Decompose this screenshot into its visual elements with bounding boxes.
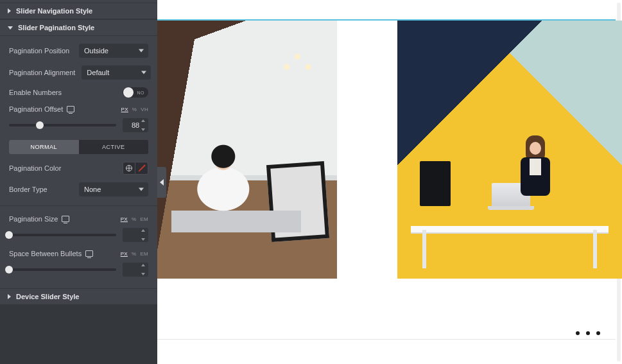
chevron-down-icon — [139, 49, 144, 53]
row-space-between-header: Space Between Bullets PX % EM — [9, 250, 148, 257]
sidebar-bottom-fill — [0, 305, 157, 364]
spinner-down-icon[interactable] — [141, 128, 145, 131]
unit-vh[interactable]: VH — [141, 107, 148, 112]
toggle-enable-numbers[interactable]: NO — [123, 87, 148, 98]
editor-canvas[interactable] — [157, 0, 622, 364]
toggle-off-text: NO — [137, 91, 145, 95]
collapse-left-icon — [160, 179, 164, 186]
row-enable-numbers: Enable Numbers NO — [9, 87, 148, 98]
decorative-monitor — [420, 161, 451, 206]
slide-image — [157, 21, 337, 279]
unit-pct[interactable]: % — [132, 107, 137, 112]
chevron-down-icon — [139, 188, 144, 191]
label-pagination-alignment: Pagination Alignment — [9, 69, 75, 76]
responsive-icon[interactable] — [67, 106, 74, 112]
input-value: 88 — [132, 121, 139, 129]
section-title: Device Slider Style — [16, 293, 79, 300]
spinner-down-icon[interactable] — [141, 273, 145, 275]
caret-right-icon — [8, 8, 11, 13]
caret-down-icon — [8, 26, 13, 30]
units-pagination-size: PX % EM — [121, 216, 148, 222]
responsive-icon[interactable] — [62, 216, 69, 222]
decorative-person — [514, 135, 559, 206]
slider-pagination-size[interactable] — [9, 230, 116, 239]
chip-color-swatch[interactable] — [135, 162, 148, 175]
style-sidebar: Slider Navigation Style Slider Paginatio… — [0, 0, 157, 364]
label-border-type: Border Type — [9, 186, 48, 193]
row-pagination-position: Pagination Position Outside — [9, 44, 148, 58]
select-border-type[interactable]: None — [79, 182, 148, 196]
row-pagination-size-header: Pagination Size PX % EM — [9, 215, 148, 223]
unit-px[interactable]: PX — [121, 216, 128, 222]
slider-space-between-bullets[interactable] — [9, 265, 116, 274]
units-pagination-offset: PX % VH — [121, 107, 148, 112]
section-slider-navigation-style[interactable]: Slider Navigation Style — [0, 3, 157, 19]
input-space-between-bullets[interactable] — [123, 263, 148, 277]
divider — [0, 205, 157, 206]
spinner-up-icon[interactable] — [141, 229, 145, 232]
toggle-knob — [123, 87, 134, 98]
spinner-up-icon[interactable] — [141, 119, 145, 122]
spacer — [0, 281, 157, 288]
unit-px[interactable]: PX — [121, 251, 128, 257]
label-space-between-bullets: Space Between Bullets — [9, 250, 93, 257]
input-pagination-size[interactable] — [123, 228, 148, 242]
section-title: Slider Pagination Style — [18, 24, 94, 31]
input-pagination-offset[interactable]: 88 — [123, 118, 148, 132]
row-pagination-offset-slider: 88 — [9, 118, 148, 132]
unit-pct[interactable]: % — [132, 251, 136, 257]
slider-track — [9, 268, 116, 271]
units-space-between: PX % EM — [121, 251, 148, 257]
unit-px[interactable]: PX — [121, 107, 128, 112]
unit-em[interactable]: EM — [140, 251, 148, 257]
responsive-icon[interactable] — [85, 250, 93, 257]
slider-pagination-offset[interactable] — [9, 121, 116, 130]
slider-track — [9, 124, 116, 126]
chip-global-color[interactable] — [123, 162, 135, 175]
spinner-down-icon[interactable] — [141, 238, 145, 241]
slide-image — [397, 21, 622, 279]
select-value: None — [84, 186, 101, 193]
section-title: Slider Navigation Style — [16, 7, 92, 15]
state-tabs: NORMAL ACTIVE — [9, 140, 148, 154]
pagination-dot[interactable] — [586, 331, 590, 335]
slider-thumb[interactable] — [36, 121, 44, 129]
label-pagination-size: Pagination Size — [9, 215, 69, 223]
select-value: Default — [87, 69, 109, 76]
spinner-up-icon[interactable] — [141, 264, 145, 266]
select-value: Outside — [84, 47, 108, 55]
tab-active[interactable]: ACTIVE — [79, 140, 149, 154]
pagination-dot[interactable] — [596, 331, 600, 335]
section-device-slider-style[interactable]: Device Slider Style — [0, 288, 157, 305]
decorative-frame — [266, 161, 329, 242]
spinners — [141, 264, 146, 275]
section-body-pagination-style: Pagination Position Outside Pagination A… — [0, 36, 157, 281]
row-pagination-alignment: Pagination Alignment Default — [9, 65, 148, 80]
label-pagination-offset: Pagination Offset — [9, 105, 74, 113]
select-pagination-position[interactable]: Outside — [79, 44, 148, 58]
caret-right-icon — [8, 294, 11, 299]
slider-thumb[interactable] — [5, 231, 13, 239]
tab-normal[interactable]: NORMAL — [9, 140, 79, 154]
unit-em[interactable]: EM — [140, 216, 148, 222]
spinners — [141, 119, 146, 131]
section-slider-pagination-style[interactable]: Slider Pagination Style — [0, 19, 157, 36]
sidebar-collapse-handle[interactable] — [157, 167, 166, 198]
select-pagination-alignment[interactable]: Default — [82, 65, 151, 80]
pagination-dot[interactable] — [576, 331, 580, 335]
globe-icon — [126, 165, 132, 171]
slider-widget[interactable] — [157, 19, 616, 279]
decorative-desk-legs — [411, 230, 609, 268]
toggle-wrap: NO — [123, 87, 148, 98]
none-slash-icon — [138, 165, 145, 172]
color-picker-pagination-color — [123, 162, 148, 175]
row-pagination-size-slider — [9, 228, 148, 242]
slider-thumb[interactable] — [5, 266, 13, 273]
slide-1[interactable] — [157, 21, 337, 279]
row-pagination-offset-header: Pagination Offset PX % VH — [9, 105, 148, 113]
row-pagination-color: Pagination Color — [9, 162, 148, 175]
unit-pct[interactable]: % — [132, 216, 136, 222]
slide-2[interactable] — [397, 21, 622, 279]
label-enable-numbers: Enable Numbers — [9, 89, 62, 96]
row-border-type: Border Type None — [9, 182, 148, 196]
